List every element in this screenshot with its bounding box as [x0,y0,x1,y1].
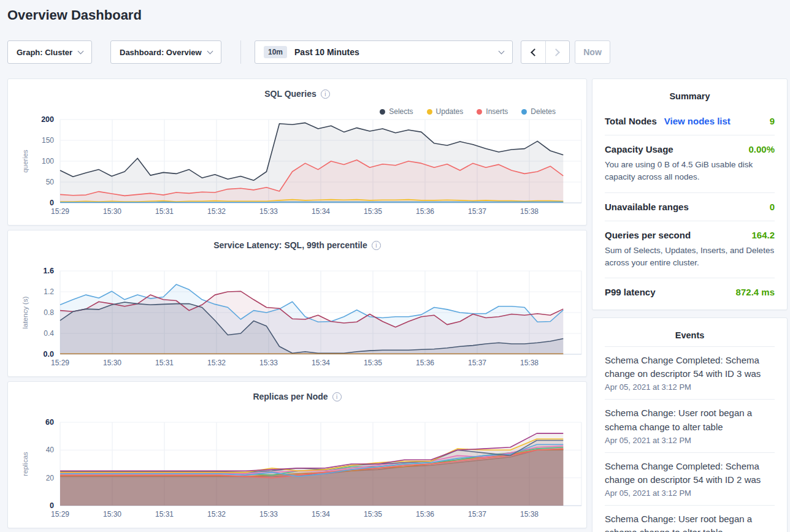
svg-text:15:29: 15:29 [51,207,69,216]
next-range-button[interactable] [545,41,569,63]
svg-text:0: 0 [50,501,54,510]
events-title: Events [605,327,775,346]
svg-text:15:32: 15:32 [207,359,226,367]
svg-text:0.0: 0.0 [44,350,54,359]
svg-text:15:30: 15:30 [103,510,121,519]
svg-text:15:31: 15:31 [155,359,174,367]
svg-text:15:35: 15:35 [364,359,382,367]
svg-text:15:34: 15:34 [312,510,330,519]
unavailable-ranges-label: Unavailable ranges [605,202,689,212]
svg-text:15:34: 15:34 [312,359,330,367]
svg-text:15:36: 15:36 [416,207,434,216]
event-timestamp: Apr 05, 2021 at 3:12 PM [605,382,775,392]
svg-text:15:37: 15:37 [468,510,486,519]
event-timestamp: Apr 05, 2021 at 3:12 PM [605,488,775,498]
chart-title: SQL Queries [264,89,316,99]
svg-text:0: 0 [50,199,54,207]
p99-latency-label: P99 latency [605,287,656,297]
graph-selector-label: Graph: Cluster [17,48,72,57]
summary-row-capacity: Capacity Usage 0.00% You are using 0 B o… [605,135,775,192]
event-item[interactable]: Schema Change: User root began a schema … [605,505,775,532]
time-range-label: Past 10 Minutes [294,47,359,57]
chart-title: Service Latency: SQL, 99th percentile [213,240,367,250]
summary-row-total-nodes: Total Nodes View nodes list 9 [605,107,775,135]
charts-column: SQL Queries i SelectsUpdatesInsertsDelet… [7,78,587,532]
legend-dot-icon [380,109,385,115]
svg-text:1.2: 1.2 [44,287,54,296]
event-text: Schema Change: User root began a schema … [605,512,775,532]
event-text: Schema Change Completed: Schema change o… [605,354,775,381]
chart-card-replicas-per-node: Replicas per Node i 020406015:2915:3015:… [7,381,587,528]
time-range-badge: 10m [264,46,287,58]
info-icon[interactable]: i [321,89,330,99]
dashboard-selector-dropdown[interactable]: Dashboard: Overview [110,40,221,64]
svg-text:15:35: 15:35 [364,510,382,519]
svg-text:15:31: 15:31 [155,207,174,216]
svg-text:replicas: replicas [21,452,29,476]
summary-row-qps: Queries per second 164.2 Sum of Selects,… [605,221,775,278]
svg-text:15:35: 15:35 [364,207,382,216]
svg-text:200: 200 [41,115,54,124]
chevron-down-icon [207,48,213,54]
chevron-left-icon [531,48,539,56]
svg-text:150: 150 [42,136,54,145]
sql-queries-chart[interactable]: 05010015020015:2915:3015:3115:3215:3315:… [8,115,586,219]
chevron-down-icon [78,48,84,54]
svg-text:15:34: 15:34 [312,207,330,216]
svg-text:100: 100 [42,157,54,165]
side-column: Summary Total Nodes View nodes list 9 Ca… [592,78,788,532]
unavailable-ranges-value: 0 [770,202,775,212]
svg-text:15:32: 15:32 [207,207,226,216]
summary-row-p99: P99 latency 872.4 ms [605,278,775,306]
total-nodes-label: Total Nodes [605,116,657,126]
svg-text:15:33: 15:33 [259,359,278,367]
p99-latency-value: 872.4 ms [736,287,775,297]
svg-text:15:38: 15:38 [520,510,539,519]
event-item[interactable]: Schema Change: User root began a schema … [605,399,775,452]
time-range-dropdown[interactable]: 10m Past 10 Minutes [255,40,513,64]
qps-value: 164.2 [751,230,775,240]
summary-panel: Summary Total Nodes View nodes list 9 Ca… [592,78,788,310]
svg-text:15:36: 15:36 [416,359,434,367]
now-button[interactable]: Now [575,40,610,64]
page-title: Overview Dashboard [7,7,142,23]
capacity-description: You are using 0 B of 4.5 GiB usable disk… [605,159,775,184]
svg-text:60: 60 [45,418,54,427]
info-icon[interactable]: i [372,241,381,250]
replicas-per-node-chart[interactable]: 020406015:2915:3015:3115:3215:3315:3415:… [8,417,586,522]
chart-card-service-latency: Service Latency: SQL, 99th percentile i … [7,230,587,377]
svg-text:15:29: 15:29 [51,510,69,519]
qps-label: Queries per second [605,230,691,240]
event-text: Schema Change Completed: Schema change o… [605,460,775,487]
svg-text:15:33: 15:33 [259,207,278,216]
svg-text:15:38: 15:38 [520,359,539,367]
toolbar: Graph: Cluster Dashboard: Overview 10m P… [0,40,790,64]
event-timestamp: Apr 05, 2021 at 3:12 PM [605,436,775,445]
legend-dot-icon [521,109,527,115]
summary-row-unavailable-ranges: Unavailable ranges 0 [605,192,775,221]
svg-text:15:30: 15:30 [103,207,121,216]
total-nodes-value: 9 [770,116,775,126]
svg-text:queries: queries [21,150,29,173]
chevron-right-icon [553,48,561,56]
summary-title: Summary [605,88,775,107]
capacity-label: Capacity Usage [605,144,673,154]
events-panel: Events Schema Change Completed: Schema c… [592,317,788,532]
prev-range-button[interactable] [521,41,545,63]
svg-text:15:31: 15:31 [155,510,174,519]
svg-text:15:37: 15:37 [468,207,486,216]
info-icon[interactable]: i [332,392,342,401]
svg-text:15:30: 15:30 [103,359,121,367]
svg-text:0.4: 0.4 [44,329,54,338]
svg-text:1.6: 1.6 [44,267,54,275]
event-item[interactable]: Schema Change Completed: Schema change o… [605,452,775,505]
chart-title: Replicas per Node [253,392,328,401]
service-latency-chart[interactable]: 0.00.40.81.21.615:2915:3015:3115:3215:33… [8,266,586,370]
event-item[interactable]: Schema Change Completed: Schema change o… [605,346,775,399]
view-nodes-list-link[interactable]: View nodes list [664,116,731,126]
time-step-buttons [521,40,570,64]
svg-text:40: 40 [46,446,55,454]
svg-text:50: 50 [46,178,55,186]
graph-selector-dropdown[interactable]: Graph: Cluster [7,40,92,64]
chart-card-sql-queries: SQL Queries i SelectsUpdatesInsertsDelet… [7,78,587,226]
